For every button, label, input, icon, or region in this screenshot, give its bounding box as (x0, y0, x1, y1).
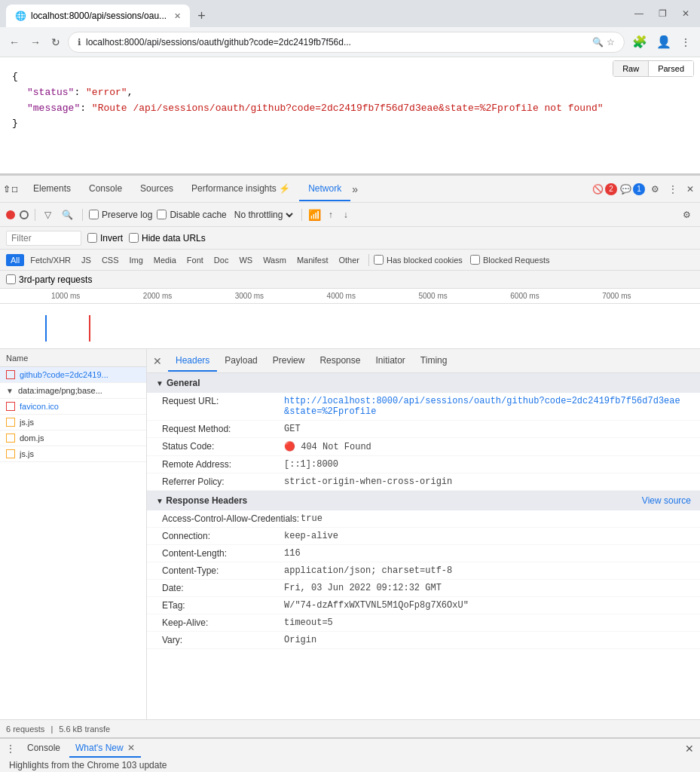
type-btn-css[interactable]: CSS (97, 254, 124, 266)
extensions-button[interactable]: 🧩 (629, 32, 650, 52)
detail-tab-response[interactable]: Response (312, 351, 368, 372)
search-url-icon[interactable]: 🔍 (592, 37, 604, 47)
request-item-dataimage[interactable]: ▼ data:image/png;base... (0, 383, 146, 399)
devtools-close-button[interactable]: ✕ (683, 182, 697, 196)
menu-button[interactable]: ⋮ (677, 33, 694, 51)
network-settings-button[interactable]: ⚙ (680, 208, 694, 222)
profile-button[interactable]: 👤 (653, 32, 674, 52)
invert-checkbox[interactable] (87, 233, 97, 243)
maximize-button[interactable]: ❐ (654, 7, 671, 20)
url-box[interactable]: ℹ localhost:8000/api/sessions/oauth/gith… (68, 32, 625, 53)
whats-new-close-button[interactable]: ✕ (127, 743, 135, 753)
hide-data-urls-label[interactable]: Hide data URLs (129, 233, 206, 244)
third-party-label[interactable]: 3rd-party requests (6, 274, 92, 285)
view-source-link[interactable]: View source (642, 495, 691, 506)
devtools-settings-button[interactable]: ⚙ (648, 182, 662, 196)
search-button[interactable]: 🔍 (59, 208, 76, 222)
type-btn-wasm[interactable]: Wasm (258, 254, 291, 266)
tab-console[interactable]: Console (80, 177, 131, 201)
third-party-text: 3rd-party requests (19, 274, 92, 285)
disable-cache-label[interactable]: Disable cache (157, 210, 226, 220)
disable-cache-checkbox[interactable] (157, 210, 167, 219)
preserve-log-label[interactable]: Preserve log (89, 210, 152, 220)
type-btn-img[interactable]: Img (125, 254, 148, 266)
blocked-requests-checkbox[interactable] (470, 255, 480, 265)
request-item-js2[interactable]: js.js (0, 446, 146, 462)
detail-tab-payload[interactable]: Payload (217, 351, 264, 372)
referrer-policy-label: Referrer Policy: (162, 476, 283, 487)
new-tab-button[interactable]: + (191, 5, 212, 27)
record-button[interactable] (6, 210, 15, 219)
invert-checkbox-label[interactable]: Invert (87, 233, 123, 244)
detail-close-button[interactable]: ✕ (153, 355, 162, 367)
type-btn-other[interactable]: Other (334, 254, 364, 266)
request-item-js1[interactable]: js.js (0, 415, 146, 430)
prop-request-method: Request Method: GET (147, 421, 700, 438)
has-blocked-cookies-label[interactable]: Has blocked cookies (374, 255, 463, 265)
type-btn-manifest[interactable]: Manifest (292, 254, 333, 266)
wifi-icon[interactable]: 📶 (308, 209, 321, 221)
bookmark-icon[interactable]: ☆ (607, 37, 615, 47)
has-blocked-cookies-checkbox[interactable] (374, 255, 384, 265)
tab-elements[interactable]: Elements (24, 177, 80, 201)
minimize-button[interactable]: — (630, 7, 648, 20)
filter-input[interactable] (6, 231, 81, 246)
export-button[interactable]: ↓ (341, 208, 351, 222)
devtools-dock-icon[interactable]: □ (12, 184, 17, 195)
forward-button[interactable]: → (27, 33, 44, 51)
type-btn-doc[interactable]: Doc (209, 254, 234, 266)
request-item-favicon[interactable]: favicon.ico (0, 399, 146, 415)
type-btn-fetch-xhr[interactable]: Fetch/XHR (26, 254, 75, 266)
clear-button[interactable] (20, 210, 29, 219)
transfer-size: 5.6 kB transfe (59, 725, 110, 734)
message-badge: 1 (633, 183, 645, 195)
url-icons: 🔍 ☆ (592, 37, 615, 47)
type-btn-font[interactable]: Font (182, 254, 208, 266)
devtools-more-button[interactable]: ⋮ (665, 182, 680, 196)
preserve-log-checkbox[interactable] (89, 210, 99, 219)
third-party-checkbox[interactable] (6, 274, 16, 284)
prop-remote-address: Remote Address: [::1]:8000 (147, 456, 700, 473)
response-headers-section-header[interactable]: ▼ Response Headers View source (147, 491, 700, 510)
active-tab[interactable]: 🌐 localhost:8000/api/sessions/oau... ✕ (6, 5, 190, 27)
request-item-github[interactable]: github?code=2dc2419... (0, 367, 146, 383)
filter-toggle-button[interactable]: ▽ (41, 208, 54, 222)
ruler-mark-1: 1000 ms (51, 292, 143, 300)
tab-network[interactable]: Network (299, 177, 350, 201)
raw-button[interactable]: Raw (613, 61, 649, 76)
general-section-header[interactable]: ▼ General (147, 373, 700, 393)
parsed-button[interactable]: Parsed (649, 61, 693, 76)
tab-performance[interactable]: Performance insights ⚡ (182, 177, 299, 201)
drawer-close-button[interactable]: ✕ (685, 743, 694, 755)
json-line-3: "message": "Route /api/sessions/oauth/gi… (12, 101, 688, 117)
drawer-menu-icon[interactable]: ⋮ (6, 743, 15, 754)
request-method-label: Request Method: (162, 424, 283, 434)
type-btn-all[interactable]: All (6, 254, 24, 266)
detail-tab-timing[interactable]: Timing (413, 351, 455, 372)
detail-tab-headers[interactable]: Headers (168, 351, 217, 372)
back-button[interactable]: ← (6, 33, 23, 51)
message-badge-group: 💬 1 (620, 183, 645, 195)
blocked-requests-label[interactable]: Blocked Requests (470, 255, 550, 265)
drawer-tab-whats-new[interactable]: What's New ✕ (69, 740, 141, 758)
status-code-value: 🔴 404 Not Found (284, 441, 371, 452)
request-item-domjs[interactable]: dom.js (0, 430, 146, 446)
tab-close-button[interactable]: ✕ (174, 11, 181, 21)
detail-tab-initiator[interactable]: Initiator (368, 351, 412, 372)
more-tabs-button[interactable]: » (352, 183, 358, 195)
type-btn-media[interactable]: Media (149, 254, 181, 266)
type-btn-js[interactable]: JS (77, 254, 96, 266)
reload-button[interactable]: ↻ (48, 33, 63, 51)
type-btn-ws[interactable]: WS (234, 254, 257, 266)
devtools-toggle-icon[interactable]: ⇧ (3, 184, 11, 195)
drawer-tab-console[interactable]: Console (21, 740, 66, 758)
ruler-mark-3: 3000 ms (235, 292, 327, 300)
throttle-select[interactable]: No throttling (231, 209, 295, 221)
detail-tab-preview[interactable]: Preview (265, 351, 313, 372)
import-button[interactable]: ↑ (326, 208, 336, 222)
close-window-button[interactable]: ✕ (677, 7, 694, 20)
hide-data-urls-checkbox[interactable] (129, 233, 139, 243)
vary-label: Vary: (162, 635, 283, 645)
tab-sources[interactable]: Sources (131, 177, 182, 201)
type-filter-separator (368, 254, 369, 266)
